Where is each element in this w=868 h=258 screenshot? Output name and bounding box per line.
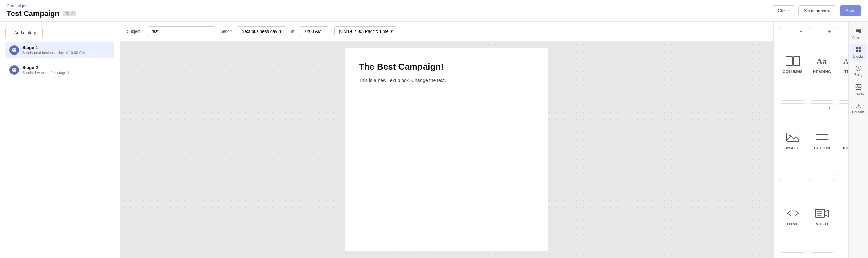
email-canvas: The Best Campaign! This is a new Text bl… — [120, 41, 773, 258]
block-button[interactable]: + BUTTON — [809, 103, 835, 177]
divider-icon — [841, 131, 848, 143]
send-dropdown[interactable]: Next business day ▾ — [237, 26, 286, 36]
image-icon — [785, 131, 801, 143]
add-columns-icon: + — [800, 29, 804, 34]
right-tabs: Content Blocks Body — [848, 22, 868, 258]
stage-icon-1 — [9, 45, 19, 55]
header-left: Campaigns / Test Campaign Draft — [7, 4, 76, 18]
block-text[interactable]: Aa TEXT — [838, 27, 848, 101]
right-panel: + COLUMNS + Aa HEADING — [773, 22, 868, 258]
at-label: at — [291, 29, 295, 34]
blocks-grid: + COLUMNS + Aa HEADING — [774, 22, 848, 258]
svg-rect-13 — [856, 47, 858, 50]
time-input[interactable] — [299, 26, 329, 36]
stage-2-name: Stage 2 — [22, 65, 69, 70]
tab-blocks-label: Blocks — [853, 55, 863, 58]
svg-text:Aa: Aa — [816, 57, 827, 66]
draft-badge: Draft — [63, 11, 76, 16]
add-heading-icon: + — [828, 29, 833, 34]
svg-rect-1 — [794, 56, 800, 66]
block-button-label: BUTTON — [814, 146, 830, 150]
tab-content-label: Content — [852, 36, 864, 40]
svg-rect-15 — [856, 50, 858, 52]
stage-1-desc: Sends next business day at 10:00 AM — [22, 51, 85, 55]
main-layout: + Add a stage Stage 1 Sends next busines… — [0, 22, 868, 258]
subject-label: Subject * — [127, 29, 143, 34]
subject-input[interactable] — [148, 26, 215, 36]
tab-images[interactable]: Images — [850, 81, 867, 98]
body-tab-icon — [855, 65, 862, 72]
svg-text:Aa: Aa — [843, 57, 848, 65]
email-icon-1 — [12, 48, 17, 52]
tab-content[interactable]: Content — [850, 25, 867, 42]
block-divider-label: DIVIDER — [841, 146, 848, 150]
svg-rect-14 — [859, 47, 861, 50]
send-required: * — [231, 29, 232, 34]
html-icon — [785, 207, 801, 219]
stage-2-desc: Sends 4 weeks after stage 1 — [22, 71, 69, 75]
send-label: Send * — [220, 29, 232, 34]
columns-icon — [785, 55, 801, 67]
content-area: Subject * Send * Next business day ▾ at … — [120, 22, 773, 258]
block-image-label: IMAGE — [786, 146, 799, 150]
svg-rect-16 — [859, 50, 861, 52]
text-icon: Aa — [841, 55, 848, 67]
block-html-label: HTML — [787, 222, 798, 226]
block-columns-label: COLUMNS — [783, 70, 803, 74]
email-settings-bar: Subject * Send * Next business day ▾ at … — [120, 22, 773, 41]
header-actions: Close Send preview Save — [772, 5, 861, 16]
content-tab-icon — [855, 28, 862, 35]
tab-body[interactable]: Body — [850, 62, 867, 80]
add-button-icon: + — [828, 105, 833, 110]
email-icon-2 — [12, 68, 17, 72]
block-video-label: VIDEO — [816, 222, 828, 226]
tab-body-label: Body — [854, 73, 862, 77]
block-text-label: TEXT — [844, 70, 848, 74]
close-button[interactable]: Close — [772, 5, 795, 16]
block-divider[interactable]: DIVIDER — [838, 103, 848, 177]
block-heading-label: HEADING — [813, 70, 831, 74]
chevron-down-icon: ▾ — [279, 29, 282, 34]
video-icon — [814, 207, 830, 219]
tab-blocks[interactable]: Blocks — [850, 44, 867, 61]
stage-icon-2 — [9, 65, 19, 75]
add-image-icon: + — [800, 105, 804, 110]
tab-uploads-label: Uploads — [852, 110, 865, 114]
svg-rect-6 — [816, 134, 828, 140]
button-icon — [814, 131, 830, 143]
email-headline: The Best Campaign! — [359, 62, 535, 72]
send-preview-button[interactable]: Send preview — [798, 5, 837, 16]
block-html[interactable]: HTML — [779, 179, 806, 253]
images-tab-icon — [855, 84, 862, 90]
stage-1-menu[interactable]: ··· — [105, 46, 110, 53]
page-title: Test Campaign — [7, 9, 60, 18]
add-stage-button[interactable]: + Add a stage — [5, 27, 43, 38]
page-title-row: Test Campaign Draft — [7, 9, 76, 18]
svg-rect-4 — [787, 133, 799, 141]
block-columns[interactable]: + COLUMNS — [779, 27, 806, 101]
tab-images-label: Images — [853, 92, 864, 95]
svg-rect-18 — [856, 85, 861, 90]
stage-item-2[interactable]: Stage 2 Sends 4 weeks after stage 1 ··· — [5, 62, 114, 78]
breadcrumb[interactable]: Campaigns / — [7, 4, 76, 8]
sidebar: + Add a stage Stage 1 Sends next busines… — [0, 22, 120, 258]
uploads-tab-icon — [855, 102, 862, 109]
stage-1-name: Stage 1 — [22, 45, 85, 50]
tab-uploads[interactable]: Uploads — [850, 100, 867, 117]
stage-item-1[interactable]: Stage 1 Sends next business day at 10:00… — [5, 42, 114, 58]
stage-2-menu[interactable]: ··· — [105, 66, 110, 73]
save-button[interactable]: Save — [840, 5, 861, 16]
timezone-dropdown[interactable]: (GMT-07:00) Pacific Time ▾ — [334, 26, 397, 36]
header: Campaigns / Test Campaign Draft Close Se… — [0, 0, 868, 22]
email-body: The Best Campaign! This is a new Text bl… — [345, 48, 548, 251]
block-video[interactable]: VIDEO — [809, 179, 835, 253]
svg-point-19 — [857, 86, 858, 87]
timezone-chevron-icon: ▾ — [391, 29, 393, 34]
svg-rect-0 — [786, 56, 792, 66]
block-image[interactable]: + IMAGE — [779, 103, 806, 177]
svg-rect-12 — [859, 31, 861, 33]
block-heading[interactable]: + Aa HEADING — [809, 27, 835, 101]
blocks-tab-icon — [855, 46, 862, 53]
heading-icon: Aa — [814, 55, 830, 67]
email-text-block[interactable]: This is a new Text block. Change the tex… — [359, 78, 535, 83]
